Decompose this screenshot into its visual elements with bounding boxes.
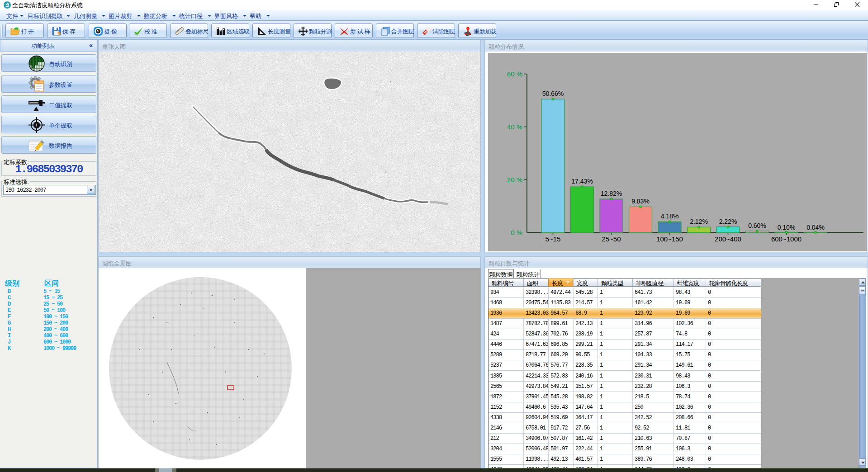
svg-text:100~150: 100~150 [656,235,683,243]
svg-text:200~400: 200~400 [715,235,741,243]
svg-text:12.82%: 12.82% [601,190,622,197]
svg-text:25~50: 25~50 [602,235,621,243]
svg-text:50.66%: 50.66% [542,90,564,97]
svg-text:60 %: 60 % [507,70,522,78]
svg-text:9.83%: 9.83% [631,198,650,205]
svg-text:2.22%: 2.22% [719,218,737,225]
svg-text:0.10%: 0.10% [778,224,796,231]
svg-text:5~15: 5~15 [545,235,561,243]
svg-text:40 %: 40 % [507,123,522,131]
svg-text:0.60%: 0.60% [748,222,766,229]
svg-text:600~1000: 600~1000 [771,235,802,243]
svg-text:20 %: 20 % [507,176,522,184]
svg-text:4.18%: 4.18% [661,212,679,220]
svg-text:0.04%: 0.04% [806,224,825,231]
svg-text:2.12%: 2.12% [690,218,708,225]
svg-text:17.43%: 17.43% [571,178,593,185]
svg-text:0 %: 0 % [511,229,522,236]
